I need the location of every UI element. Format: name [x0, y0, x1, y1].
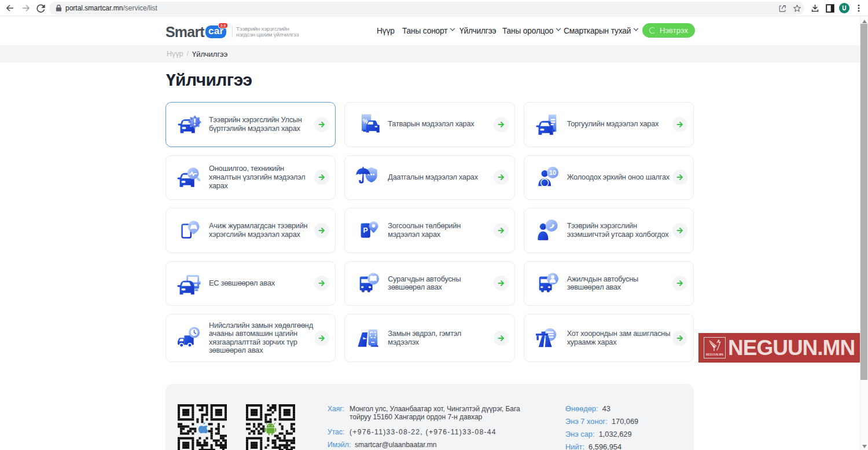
- svg-text:10: 10: [549, 169, 556, 176]
- svg-text:NEGUUN.MN: NEGUUN.MN: [706, 353, 724, 356]
- svg-text:P: P: [363, 226, 368, 235]
